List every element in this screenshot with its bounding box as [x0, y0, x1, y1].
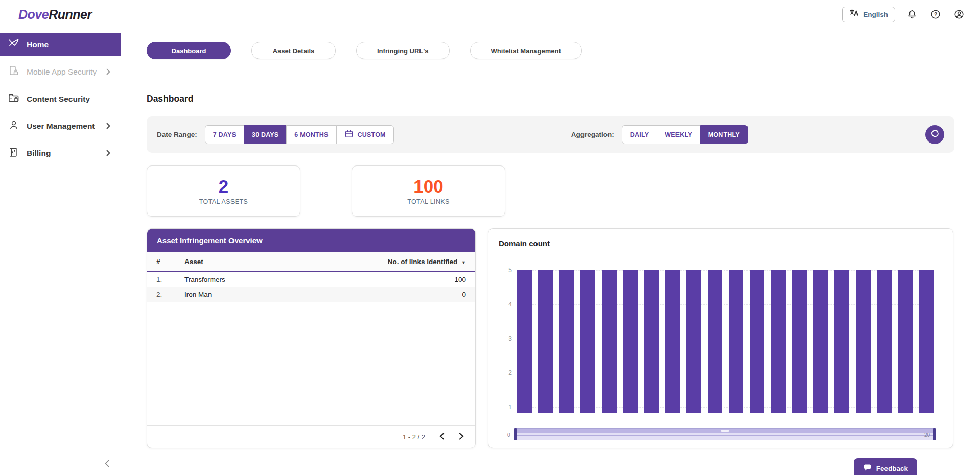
slider-handle-right[interactable]: [933, 428, 936, 440]
chevron-right-icon: [106, 123, 110, 129]
y-axis-tick: 2: [508, 369, 512, 376]
total-assets-label: TOTAL ASSETS: [199, 198, 248, 205]
feedback-button[interactable]: Feedback: [854, 458, 917, 475]
sidebar-item-mobile-app-security[interactable]: Mobile App Security: [0, 60, 121, 83]
help-icon: ?: [930, 9, 941, 20]
aggregation-label: Aggregation:: [571, 131, 614, 138]
bar-chart: 5 4 3 2 1: [517, 270, 934, 410]
chart-zoom-slider[interactable]: 0 20: [515, 428, 935, 440]
chart-bar: [877, 270, 892, 413]
chart-bar: [517, 270, 532, 413]
chart-bar: [559, 270, 574, 413]
slider-end-label: 20: [924, 432, 930, 438]
aggregation-daily-button[interactable]: DAILY: [622, 125, 657, 144]
chart-bar: [813, 270, 828, 413]
aggregation-group: Aggregation: DAILY WEEKLY MONTHLY: [571, 125, 748, 144]
sidebar-item-label: Billing: [27, 149, 100, 158]
chevron-right-icon: [106, 68, 110, 75]
column-header-links-sort[interactable]: No. of links identified ▼: [388, 258, 466, 266]
y-axis-tick: 5: [508, 267, 512, 274]
chevron-right-icon: [459, 433, 464, 441]
y-axis-tick: 3: [508, 335, 512, 342]
refresh-button[interactable]: [925, 125, 944, 144]
range-7-days-button[interactable]: 7 DAYS: [205, 125, 244, 144]
chart-bar: [750, 270, 764, 413]
y-axis-tick: 4: [508, 301, 512, 308]
sidebar-item-home[interactable]: Home: [0, 33, 121, 56]
dove-logo-icon: [8, 38, 20, 52]
filter-bar: Date Range: 7 DAYS 30 DAYS 6 MONTHS CUST…: [147, 116, 954, 153]
sidebar-item-label: Home: [27, 40, 110, 50]
pagination-prev-button[interactable]: [436, 432, 448, 443]
total-assets-card: 2 TOTAL ASSETS: [147, 165, 300, 217]
chart-bar: [856, 270, 871, 413]
chart-bar: [771, 270, 786, 413]
tab-whitelist-management[interactable]: Whitelist Management: [470, 42, 582, 59]
slider-start-label: 0: [507, 432, 510, 438]
help-button[interactable]: ?: [929, 8, 942, 21]
logo: DoveRunner: [18, 7, 92, 22]
sidebar-collapse-button[interactable]: [105, 460, 109, 469]
language-label: English: [863, 11, 888, 18]
total-links-label: TOTAL LINKS: [407, 198, 450, 205]
aggregation-weekly-button[interactable]: WEEKLY: [657, 125, 701, 144]
table-pagination: 1 - 2 / 2: [147, 425, 475, 448]
date-range-label: Date Range:: [157, 131, 197, 138]
asset-infringement-panel: Asset Infringement Overview # Asset No. …: [147, 228, 476, 448]
column-header-index: #: [156, 258, 184, 266]
slider-grip[interactable]: [721, 430, 729, 432]
mobile-security-icon: [8, 65, 20, 79]
chart-bar: [538, 270, 553, 413]
chevron-right-icon: [106, 150, 110, 156]
notifications-button[interactable]: [905, 8, 919, 21]
sidebar-item-content-security[interactable]: Content Security: [0, 87, 121, 110]
user-icon: [8, 119, 20, 133]
range-30-days-button[interactable]: 30 DAYS: [244, 125, 287, 144]
sort-desc-icon: ▼: [461, 260, 466, 265]
sidebar-item-label: Mobile App Security: [27, 67, 100, 77]
page-title: Dashboard: [147, 93, 954, 104]
bell-icon: [906, 9, 918, 20]
chart-bar: [580, 270, 595, 413]
table-row[interactable]: 1. Transformers 100: [147, 272, 475, 287]
range-6-months-button[interactable]: 6 MONTHS: [286, 125, 336, 144]
chart-bar: [898, 270, 913, 413]
table-header-row: # Asset No. of links identified ▼: [147, 252, 475, 272]
aggregation-monthly-button[interactable]: MONTHLY: [700, 125, 748, 144]
slider-handle-left[interactable]: [514, 428, 517, 440]
chevron-left-icon: [439, 433, 445, 441]
svg-text:?: ?: [934, 12, 937, 17]
chart-bar: [919, 270, 934, 413]
sidebar-item-billing[interactable]: Billing: [0, 141, 121, 164]
language-selector-button[interactable]: English: [842, 7, 895, 22]
speech-bubble-icon: [863, 463, 872, 473]
account-button[interactable]: [952, 8, 966, 21]
sidebar: Home Mobile App Security: [0, 29, 121, 475]
chart-bar: [834, 270, 849, 413]
tab-asset-details[interactable]: Asset Details: [251, 42, 336, 59]
y-axis-tick: 1: [508, 403, 512, 411]
domain-count-panel: Domain count 5 4 3 2 1 0 20: [488, 228, 953, 448]
chart-title: Domain count: [499, 239, 550, 248]
tab-infringing-urls[interactable]: Infringing URL's: [356, 42, 450, 59]
chevron-left-icon: [105, 461, 109, 469]
chart-bar: [623, 270, 638, 413]
account-icon: [953, 9, 965, 20]
chart-bar: [602, 270, 617, 413]
panel-title: Asset Infringement Overview: [147, 229, 475, 252]
total-links-card: 100 TOTAL LINKS: [352, 165, 505, 217]
tab-dashboard[interactable]: Dashboard: [147, 42, 231, 59]
total-assets-value: 2: [219, 177, 228, 195]
pagination-next-button[interactable]: [456, 432, 467, 443]
tab-bar: Dashboard Asset Details Infringing URL's…: [147, 42, 954, 59]
total-links-value: 100: [413, 177, 443, 195]
sidebar-item-user-management[interactable]: User Management: [0, 114, 121, 137]
range-custom-button[interactable]: CUSTOM: [336, 125, 394, 144]
billing-icon: [8, 146, 20, 160]
main-content: Dashboard Asset Details Infringing URL's…: [121, 29, 980, 475]
table-row[interactable]: 2. Iron Man 0: [147, 287, 475, 302]
calendar-icon: [344, 129, 354, 140]
stats-row: 2 TOTAL ASSETS 100 TOTAL LINKS: [147, 165, 954, 217]
top-header: DoveRunner English: [0, 0, 980, 29]
chart-bar: [729, 270, 743, 413]
